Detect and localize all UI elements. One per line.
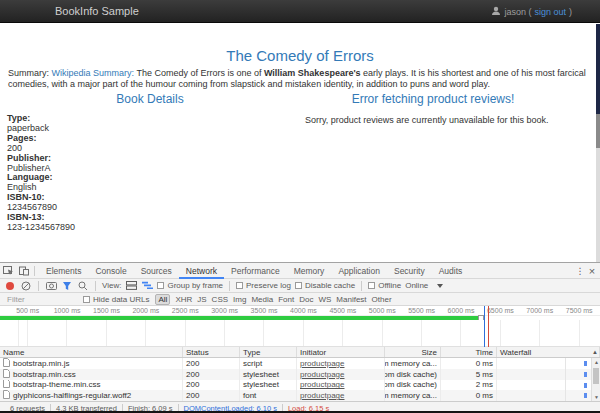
tab-memory[interactable]: Memory	[287, 263, 332, 279]
offline-checkbox[interactable]: Offline	[368, 281, 401, 290]
page-scrollbar[interactable]	[596, 24, 600, 262]
table-scrollbar[interactable]: ▲ ▼	[591, 358, 600, 401]
column-header-name[interactable]: Name	[0, 347, 183, 357]
filter-input[interactable]	[5, 294, 83, 305]
tab-network[interactable]: Network	[179, 263, 224, 279]
throttling-dropdown[interactable]: Online	[405, 281, 443, 290]
request-size: (from memory ca...	[385, 390, 441, 401]
hide-data-urls-checkbox[interactable]: Hide data URLs	[83, 295, 149, 304]
checkbox-icon	[295, 282, 302, 289]
overview-waterfall-area[interactable]	[0, 320, 600, 347]
filter-type-img[interactable]: Img	[233, 295, 246, 304]
scrollbar-thumb[interactable]	[593, 368, 599, 384]
wikipedia-summary-link[interactable]: Wikipedia Summary:	[52, 68, 135, 78]
tab-sources[interactable]: Sources	[134, 263, 179, 279]
tab-security[interactable]: Security	[387, 263, 432, 279]
preserve-log-checkbox[interactable]: Preserve log	[236, 281, 291, 290]
file-icon	[3, 380, 10, 391]
table-row[interactable]: bootstrap.min.css 200 stylesheet product…	[0, 369, 600, 380]
screenshot-button[interactable]	[45, 280, 57, 292]
network-toolbar: View: Group by frame Preserve log Disabl…	[0, 279, 600, 293]
reviews-error-heading: Error fetching product reviews!	[300, 92, 566, 106]
disable-cache-checkbox[interactable]: Disable cache	[295, 281, 355, 290]
checkbox-icon	[83, 296, 90, 303]
file-icon	[3, 390, 10, 401]
filter-type-xhr[interactable]: XHR	[175, 295, 192, 304]
request-type: stylesheet	[240, 369, 297, 380]
large-request-rows-icon[interactable]	[125, 280, 137, 292]
tab-console[interactable]: Console	[88, 263, 133, 279]
initiator-link[interactable]: productpage	[300, 380, 344, 389]
tick-label: 7500 ms	[559, 306, 598, 315]
devtools-close-icon[interactable]: ×	[586, 265, 598, 277]
request-type: script	[240, 358, 297, 369]
devtools-menu-icon[interactable]: ⋮	[574, 266, 586, 276]
tab-elements[interactable]: Elements	[39, 263, 88, 279]
column-header-waterfall[interactable]: Waterfall	[497, 347, 600, 357]
device-toolbar-icon[interactable]	[17, 263, 30, 279]
request-type: font	[240, 390, 297, 401]
scroll-down-icon[interactable]: ▼	[592, 394, 600, 400]
filter-type-all[interactable]: All	[155, 294, 170, 305]
tab-application[interactable]: Application	[331, 263, 387, 279]
waterfall-cell	[497, 369, 600, 380]
detail-value: English	[7, 183, 298, 193]
search-icon[interactable]	[77, 280, 89, 292]
summary-label: Summary:	[8, 68, 52, 78]
group-by-frame-checkbox[interactable]: Group by frame	[157, 281, 223, 290]
filter-type-manifest[interactable]: Manifest	[336, 295, 366, 304]
column-header-initiator[interactable]: Initiator	[297, 347, 385, 357]
request-size: (from disk cache)	[385, 380, 441, 391]
network-overview[interactable]: 500 ms 1000 ms 1500 ms 2000 ms 2500 ms 3…	[0, 306, 600, 347]
show-overview-icon[interactable]	[141, 280, 153, 292]
column-header-time[interactable]: Time	[441, 347, 497, 357]
filter-type-doc[interactable]: Doc	[299, 295, 313, 304]
filter-type-media[interactable]: Media	[251, 295, 273, 304]
filter-type-css[interactable]: CSS	[212, 295, 228, 304]
filter-type-font[interactable]: Font	[278, 295, 294, 304]
tick-label: 3000 ms	[205, 306, 244, 315]
scroll-up-icon[interactable]: ▲	[592, 359, 600, 365]
column-header-type[interactable]: Type	[240, 347, 297, 357]
table-row[interactable]: glyphicons-halflings-regular.woff2 200 f…	[0, 390, 600, 401]
initiator-link[interactable]: productpage	[300, 391, 344, 400]
tick-label: 5500 ms	[402, 306, 441, 315]
column-header-status[interactable]: Status	[183, 347, 240, 357]
record-button[interactable]	[4, 280, 16, 292]
divider	[34, 266, 35, 276]
initiator-link[interactable]: productpage	[300, 359, 344, 368]
summary-bold-author: William Shakespeare's	[264, 68, 361, 78]
tick-label: 3500 ms	[244, 306, 283, 315]
requests-table-header: Name Status Type Initiator Size Time Wat…	[0, 347, 600, 358]
chevron-down-icon	[437, 284, 443, 288]
tick-label: 500 ms	[8, 306, 47, 315]
column-header-size[interactable]: Size	[385, 347, 441, 357]
disable-cache-label: Disable cache	[305, 281, 355, 290]
waterfall-bar	[584, 372, 587, 377]
filter-type-js[interactable]: JS	[197, 295, 206, 304]
table-row[interactable]: bootstrap-theme.min.css 200 stylesheet p…	[0, 380, 600, 391]
devtools-tabbar: Elements Console Sources Network Perform…	[0, 263, 600, 279]
sign-out-link[interactable]: sign out	[534, 7, 566, 17]
inspect-element-icon[interactable]	[2, 263, 15, 279]
request-time: 2 ms	[441, 380, 497, 391]
clear-button[interactable]	[20, 280, 32, 292]
initiator-link[interactable]: productpage	[300, 370, 344, 379]
filter-funnel-icon[interactable]	[61, 280, 73, 292]
detail-label: Publisher:	[7, 154, 298, 164]
screen: BookInfo Sample jason ( sign out ) The C…	[0, 0, 600, 413]
sort-arrow-icon[interactable]: ▲	[592, 349, 598, 355]
request-name: bootstrap.min.js	[13, 359, 69, 368]
record-icon	[6, 282, 14, 290]
table-row[interactable]: bootstrap.min.js 200 script productpage …	[0, 358, 600, 369]
username-label-close: )	[569, 7, 572, 17]
page-title: The Comedy of Errors	[0, 47, 600, 64]
throttling-value: Online	[405, 281, 428, 290]
book-details-column: Book Details Type: paperback Pages: 200 …	[2, 92, 298, 233]
tab-performance[interactable]: Performance	[224, 263, 287, 279]
filter-type-ws[interactable]: WS	[318, 295, 331, 304]
filter-type-other[interactable]: Other	[372, 295, 392, 304]
tick-label: 4500 ms	[323, 306, 362, 315]
request-status: 200	[183, 358, 240, 369]
tab-audits[interactable]: Audits	[432, 263, 470, 279]
